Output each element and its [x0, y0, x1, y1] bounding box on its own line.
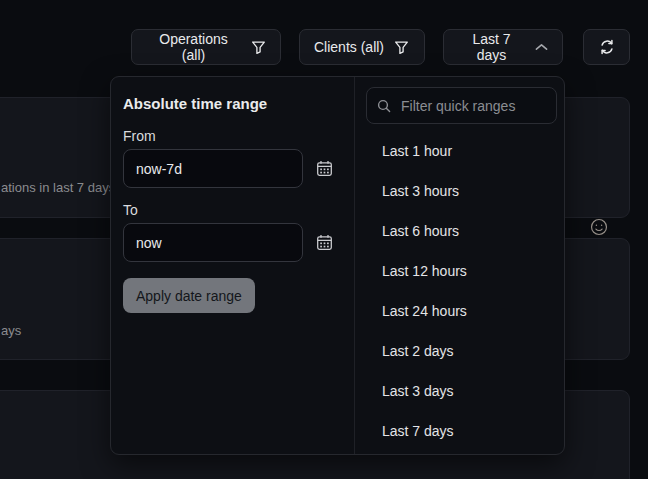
chevron-up-icon: [535, 43, 548, 51]
quick-ranges-section: Last 1 hour Last 3 hours Last 6 hours La…: [355, 77, 566, 454]
clients-filter-label: Clients (all): [314, 39, 384, 55]
card2-partial-text: ays: [1, 323, 21, 338]
refresh-icon: [599, 39, 615, 55]
to-calendar-button[interactable]: [316, 234, 333, 251]
search-icon: [377, 99, 391, 113]
absolute-time-range-heading: Absolute time range: [123, 95, 267, 112]
app-root: ations in last 7 days ays Operations (al…: [0, 0, 648, 479]
filter-icon: [251, 40, 266, 55]
from-label: From: [123, 128, 156, 144]
quick-range-option-last-24-hours[interactable]: Last 24 hours: [355, 291, 566, 331]
time-range-picker-panel: Absolute time range From: [110, 76, 565, 455]
quick-range-option-last-7-days[interactable]: Last 7 days: [355, 411, 566, 451]
time-range-button[interactable]: Last 7 days: [443, 29, 563, 65]
from-input[interactable]: [123, 149, 303, 188]
quick-range-option-last-3-days[interactable]: Last 3 days: [355, 371, 566, 411]
refresh-button[interactable]: [583, 29, 630, 65]
to-label: To: [123, 202, 138, 218]
from-calendar-button[interactable]: [316, 160, 333, 177]
clients-filter-button[interactable]: Clients (all): [299, 29, 425, 65]
quick-range-option-last-3-hours[interactable]: Last 3 hours: [355, 171, 566, 211]
quick-ranges-search-input[interactable]: [399, 97, 546, 115]
smiley-face-icon: [590, 218, 608, 236]
quick-ranges-list: Last 1 hour Last 3 hours Last 6 hours La…: [355, 131, 566, 451]
quick-range-option-last-2-days[interactable]: Last 2 days: [355, 331, 566, 371]
to-input[interactable]: [123, 223, 303, 262]
operations-filter-label: Operations (all): [146, 31, 241, 63]
quick-range-option-last-12-hours[interactable]: Last 12 hours: [355, 251, 566, 291]
time-range-label: Last 7 days: [458, 31, 525, 63]
quick-range-option-last-6-hours[interactable]: Last 6 hours: [355, 211, 566, 251]
operations-filter-button[interactable]: Operations (all): [131, 29, 281, 65]
quick-range-option-last-1-hour[interactable]: Last 1 hour: [355, 131, 566, 171]
calendar-icon: [316, 234, 333, 251]
absolute-time-range-section: Absolute time range From: [111, 77, 354, 454]
calendar-icon: [316, 160, 333, 177]
apply-date-range-button[interactable]: Apply date range: [123, 278, 255, 313]
quick-ranges-search: [366, 87, 557, 124]
card1-partial-text: ations in last 7 days: [1, 180, 115, 195]
filter-icon: [394, 40, 409, 55]
